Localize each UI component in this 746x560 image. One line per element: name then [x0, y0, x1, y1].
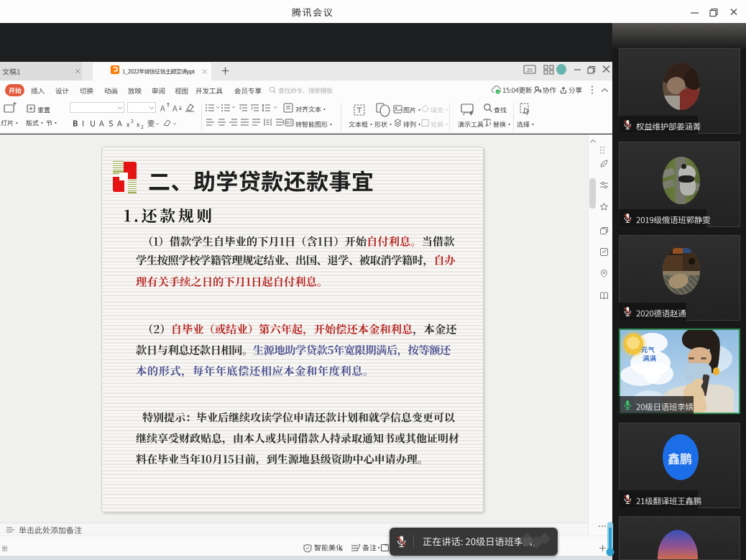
svg-text:20: 20 [527, 68, 533, 73]
